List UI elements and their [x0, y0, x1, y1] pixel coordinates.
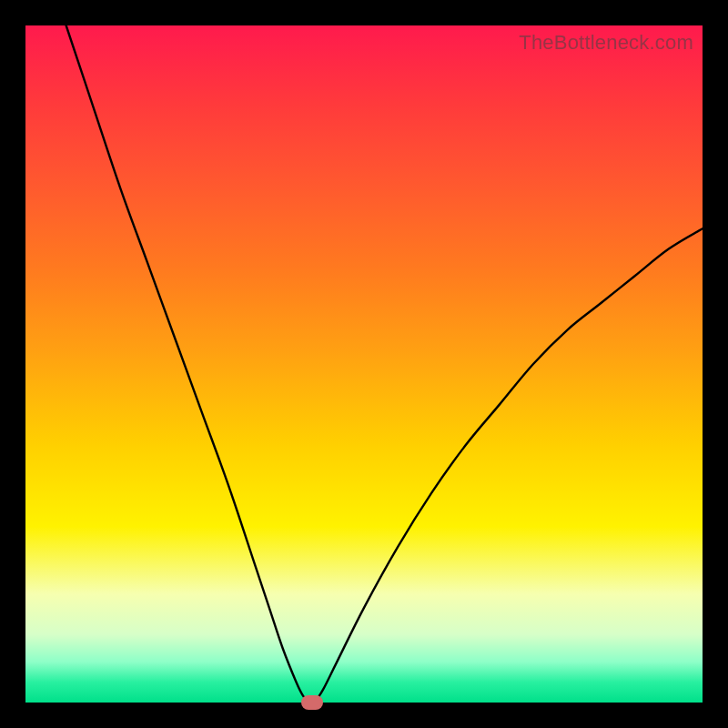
bottleneck-curve — [25, 25, 703, 703]
chart-frame: TheBottleneck.com — [0, 0, 728, 728]
optimum-marker — [301, 695, 323, 710]
plot-area: TheBottleneck.com — [25, 25, 703, 703]
